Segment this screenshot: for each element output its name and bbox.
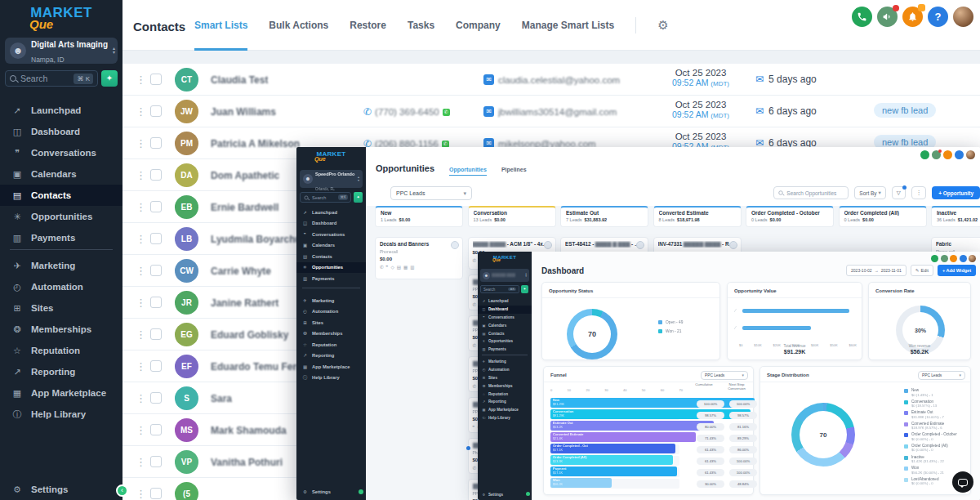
w2-sidebar-item[interactable]: ◴ Automation <box>478 366 532 374</box>
date-range-picker[interactable]: 2023-10-02→2023-11-01 <box>846 265 906 276</box>
w1-sidebar-item[interactable]: ✈ Marketing <box>296 295 366 306</box>
row-checkbox[interactable] <box>150 201 162 212</box>
sidebar-item[interactable]: ▣ Calendars <box>0 163 122 185</box>
contact-avatar[interactable]: CW <box>175 259 198 283</box>
contact-avatar[interactable]: EB <box>175 195 198 219</box>
contact-name[interactable]: Juan Williams <box>211 106 276 118</box>
contact-avatar[interactable]: EF <box>175 355 198 378</box>
pipeline-column-header[interactable]: Estimate Out 7 Leads$31,883.92 <box>560 206 648 227</box>
add-widget-button[interactable]: + Add Widget <box>938 265 976 276</box>
funnel-bar[interactable]: Order Completed (All) $13.3K <box>550 455 673 465</box>
sidebar-item[interactable]: ❞ Conversations <box>0 142 122 163</box>
pipeline-column-header[interactable]: Conversation 13 Leads$0.00 <box>468 206 556 227</box>
w2-sidebar-item[interactable]: ▣ Calendars <box>478 321 532 329</box>
contact-name[interactable]: Claudia Test <box>211 74 268 86</box>
funnel-pipeline-select[interactable]: PPC Leads▾ <box>701 371 748 380</box>
notifications-bell-icon[interactable] <box>902 7 923 27</box>
sidebar-item[interactable]: ☆ Reputation <box>0 340 122 361</box>
sidebar-item[interactable]: ⓘ Help Library <box>0 404 122 425</box>
w1-sidebar-item[interactable]: ✳ Opportunities <box>296 262 366 274</box>
drag-handle-icon[interactable]: ⋮ <box>136 265 146 277</box>
w2-sidebar-item[interactable]: ➚ Launchpad <box>478 297 532 306</box>
sidebar-item[interactable]: ❂ Memberships <box>0 319 122 340</box>
w2-sidebar-item[interactable]: ▤ Contacts <box>478 329 532 337</box>
funnel-bar[interactable]: Estimate Out $53.2K <box>550 421 714 431</box>
add-opportunity-button[interactable]: + Opportunity <box>932 186 980 199</box>
contact-name[interactable]: Dom Apathetic <box>211 170 279 181</box>
w1-tab[interactable]: Opportunities <box>449 167 487 176</box>
w1-sidebar-item[interactable]: ◴ Automation <box>296 306 366 318</box>
contact-avatar[interactable]: MS <box>175 418 198 442</box>
chat-widget-button[interactable] <box>952 471 973 493</box>
row-checkbox[interactable] <box>150 74 162 85</box>
w1-sidebar-item[interactable]: ▣ Calendars <box>296 240 366 252</box>
help-icon[interactable]: ? <box>928 7 948 27</box>
contact-name[interactable]: Patricia A Mikelson <box>211 138 300 150</box>
contact-avatar[interactable]: DA <box>175 163 198 187</box>
row-checkbox[interactable] <box>150 488 162 499</box>
header-tab[interactable]: Company <box>456 0 501 51</box>
sort-by-button[interactable]: Sort By ▾ <box>854 186 885 199</box>
account-switcher[interactable]: ☻ Digital Arts Imaging Nampa, ID ▴▾ <box>5 38 118 64</box>
w1-sidebar-item[interactable]: ▤ Contacts <box>296 251 366 262</box>
w2-sidebar-item[interactable]: ❞ Conversations <box>478 314 532 322</box>
sidebar-item-settings[interactable]: ⚙ Settings <box>0 479 122 500</box>
w1-sidebar-item[interactable]: ☆ Reputation <box>296 339 366 350</box>
sidebar-item[interactable]: ▥ Payments <box>0 227 122 248</box>
drag-handle-icon[interactable]: ⋮ <box>136 297 146 309</box>
user-avatar[interactable] <box>953 7 973 27</box>
drag-handle-icon[interactable]: ⋮ <box>136 392 146 404</box>
row-checkbox[interactable] <box>150 424 162 435</box>
w1-account-switcher[interactable]: ☻ SpeedPro Orlando Orlando, FL ▴▾ <box>300 170 363 188</box>
header-tab[interactable]: Smart Lists <box>194 0 247 51</box>
header-tab[interactable]: Manage Smart Lists <box>522 0 614 51</box>
contact-row[interactable]: ⋮ JW Juan Williams ✆ (770) 369-6450 ✆ ✉ … <box>122 96 980 127</box>
row-checkbox[interactable] <box>150 360 162 372</box>
phone-dialer-icon[interactable] <box>852 7 872 27</box>
edit-dashboard-button[interactable]: ✎Edit <box>911 265 933 276</box>
w2-sidebar-item[interactable]: ▥ Payments <box>478 346 532 354</box>
sidebar-item[interactable]: ▦ App Marketplace <box>0 382 122 404</box>
sidebar-item[interactable]: ➚ Launchpad <box>0 100 122 121</box>
funnel-bar[interactable]: Won $56.2K <box>550 478 612 488</box>
contact-avatar[interactable]: EG <box>175 323 198 346</box>
w1-sidebar-item[interactable]: ⓘ Help Library <box>296 373 366 384</box>
sidebar-item[interactable]: ◴ Automation <box>0 276 122 297</box>
w1-tab[interactable]: Pipelines <box>501 167 527 176</box>
row-checkbox[interactable] <box>150 456 162 467</box>
w2-account-switcher[interactable]: ☻ ▇▇▇▇▇ ▇▇▇ ▴▾ <box>480 269 529 282</box>
header-tab[interactable]: Tasks <box>408 0 434 51</box>
drag-handle-icon[interactable]: ⋮ <box>136 488 146 500</box>
drag-handle-icon[interactable]: ⋮ <box>136 74 146 86</box>
w1-search-input[interactable]: Search ⌘K <box>300 192 351 203</box>
row-checkbox[interactable] <box>150 233 162 244</box>
drag-handle-icon[interactable]: ⋮ <box>136 360 146 373</box>
w2-sidebar-item[interactable]: ▦ App Marketplace <box>478 406 532 414</box>
w2-sidebar-item-settings[interactable]: ⚙ Settings <box>478 490 532 498</box>
pipeline-column-header[interactable]: Order Completed - October 0 Leads$0.00 <box>746 206 834 227</box>
w1-sidebar-item[interactable]: ▥ Payments <box>296 273 366 284</box>
contact-row[interactable]: ⋮ CT Claudia Test ✆ ✆ ✉ claudia.celestia… <box>122 64 980 96</box>
row-checkbox[interactable] <box>150 297 162 308</box>
stage-pipeline-select[interactable]: PPC Leads▾ <box>918 371 965 380</box>
sidebar-item[interactable]: ✈ Marketing <box>0 255 122 276</box>
w2-sidebar-item[interactable]: ⓘ Help Library <box>478 414 532 422</box>
contact-name[interactable]: Lyudmila Boyarchuk <box>211 234 307 245</box>
sidebar-search-input[interactable]: Search ⌘ K <box>5 70 98 87</box>
contact-name[interactable]: Janine Rathert <box>211 297 278 309</box>
w2-search-input[interactable]: Search ⌘K <box>480 285 519 293</box>
contact-avatar[interactable]: (5 <box>175 482 198 500</box>
drag-handle-icon[interactable]: ⋮ <box>136 233 146 245</box>
contact-tag-chip[interactable]: new fb lead <box>874 103 936 118</box>
header-tab[interactable]: Restore <box>350 0 386 51</box>
ai-assist-button[interactable]: ✦ <box>101 70 118 87</box>
sidebar-item[interactable]: ↗ Reporting <box>0 361 122 382</box>
drag-handle-icon[interactable]: ⋮ <box>136 424 146 436</box>
contact-name[interactable]: Carrie Whyte <box>211 266 271 277</box>
w2-sidebar-item[interactable]: ☆ Reputation <box>478 390 532 398</box>
w2-sidebar-item[interactable]: ✳ Opportunities <box>478 337 532 346</box>
row-checkbox[interactable] <box>150 265 162 276</box>
row-checkbox[interactable] <box>150 105 162 117</box>
row-checkbox[interactable] <box>150 169 162 181</box>
collapse-dot[interactable] <box>359 489 363 494</box>
